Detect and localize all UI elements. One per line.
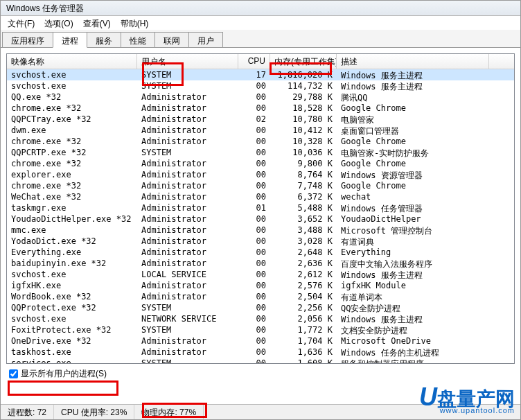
show-all-users-checkbox[interactable] bbox=[9, 369, 18, 378]
cell-user: Administrator bbox=[137, 213, 238, 225]
cell-name: WordBook.exe *32 bbox=[7, 291, 137, 302]
table-row[interactable]: dwm.exeAdministrator0010,412 K桌面窗口管理器 bbox=[7, 125, 514, 136]
table-row[interactable]: OneDrive.exe *32Administrator001,704 KMi… bbox=[7, 335, 514, 347]
tab-applications[interactable]: 应用程序 bbox=[2, 32, 53, 47]
cell-name: chrome.exe *32 bbox=[7, 158, 137, 169]
cell-desc: wechat bbox=[337, 191, 489, 202]
tab-services[interactable]: 服务 bbox=[87, 32, 121, 47]
table-row[interactable]: YodaoDict.exe *32Administrator003,028 K有… bbox=[7, 236, 514, 247]
menu-help[interactable]: 帮助(H) bbox=[116, 17, 153, 28]
cell-name: taskmgr.exe bbox=[7, 202, 137, 213]
tab-processes[interactable]: 进程 bbox=[53, 32, 87, 48]
cell-cpu: 00 bbox=[238, 258, 270, 269]
cell-cpu: 00 bbox=[238, 213, 270, 225]
cell-user: SYSTEM bbox=[137, 147, 238, 158]
cell-cpu: 00 bbox=[238, 125, 270, 136]
cell-user: Administrator bbox=[137, 335, 238, 347]
listview-header: 映像名称 用户名 CPU 内存(专用工作集) 描述 bbox=[7, 54, 514, 69]
col-memory[interactable]: 内存(专用工作集) bbox=[270, 54, 337, 69]
col-username[interactable]: 用户名 bbox=[137, 54, 238, 69]
cell-user: NETWORK SERVICE bbox=[137, 313, 238, 324]
table-row[interactable]: WordBook.exe *32Administrator002,504 K有道… bbox=[7, 291, 514, 302]
cell-desc: Google Chrome bbox=[337, 103, 489, 114]
menu-options[interactable]: 选项(O) bbox=[40, 17, 77, 28]
cell-name: svchost.exe bbox=[7, 269, 137, 280]
cell-desc: igfxHK Module bbox=[337, 280, 489, 291]
table-row[interactable]: FoxitProtect.exe *32SYSTEM001,772 K文档安全防… bbox=[7, 324, 514, 335]
status-memory-usage: 物理内存: 77% bbox=[134, 405, 204, 419]
cell-cpu: 02 bbox=[238, 114, 270, 125]
cell-cpu: 00 bbox=[238, 269, 270, 280]
table-row[interactable]: QQPCTray.exe *32Administrator0210,780 K电… bbox=[7, 114, 514, 125]
cell-cpu: 00 bbox=[238, 302, 270, 313]
menu-file[interactable]: 文件(F) bbox=[3, 17, 39, 28]
cell-desc: Windows 任务的主机进程 bbox=[337, 347, 489, 358]
cell-user: Administrator bbox=[137, 180, 238, 191]
cell-desc: Windows 资源管理器 bbox=[337, 169, 489, 180]
cell-user: Administrator bbox=[137, 258, 238, 269]
cell-name: OneDrive.exe *32 bbox=[7, 335, 137, 347]
cell-mem: 2,576 K bbox=[270, 280, 337, 291]
cell-name: Everything.exe bbox=[7, 247, 137, 258]
cell-user: Administrator bbox=[137, 114, 238, 125]
tab-performance[interactable]: 性能 bbox=[121, 32, 155, 47]
cell-cpu: 00 bbox=[238, 225, 270, 236]
cell-desc: YoudaoDictHelper bbox=[337, 213, 489, 225]
table-row[interactable]: taskmgr.exeAdministrator015,488 KWindows… bbox=[7, 202, 514, 213]
listview-body[interactable]: svchost.exeSYSTEM171,816,020 KWindows 服务… bbox=[7, 69, 514, 363]
table-row[interactable]: chrome.exe *32Administrator009,800 KGoog… bbox=[7, 158, 514, 169]
cell-desc: QQ安全防护进程 bbox=[337, 302, 489, 313]
table-row[interactable]: services.exeSYSTEM001,608 K服务和控制器应用程序 bbox=[7, 358, 514, 363]
cell-mem: 3,652 K bbox=[270, 213, 337, 225]
cell-mem: 2,612 K bbox=[270, 269, 337, 280]
cell-name: chrome.exe *32 bbox=[7, 180, 137, 191]
table-row[interactable]: QQPCRTP.exe *32SYSTEM0010,036 K电脑管家-实时防护… bbox=[7, 147, 514, 158]
col-image-name[interactable]: 映像名称 bbox=[7, 54, 137, 69]
cell-desc: 电脑管家 bbox=[337, 114, 489, 125]
show-all-users-label[interactable]: 显示所有用户的进程(S) bbox=[21, 368, 107, 380]
table-row[interactable]: svchost.exeLOCAL SERVICE002,612 KWindows… bbox=[7, 269, 514, 280]
cell-mem: 29,788 K bbox=[270, 91, 337, 103]
status-cpu-usage: CPU 使用率: 23% bbox=[54, 405, 134, 419]
cell-name: explorer.exe bbox=[7, 169, 137, 180]
cell-cpu: 00 bbox=[238, 291, 270, 302]
table-row[interactable]: chrome.exe *32Administrator0010,328 KGoo… bbox=[7, 136, 514, 147]
cell-desc: Everything bbox=[337, 247, 489, 258]
table-row[interactable]: svchost.exeSYSTEM00114,732 KWindows 服务主进… bbox=[7, 80, 514, 91]
cell-name: svchost.exe bbox=[7, 69, 137, 80]
table-row[interactable]: explorer.exeAdministrator008,764 KWindow… bbox=[7, 169, 514, 180]
table-row[interactable]: Everything.exeAdministrator002,648 KEver… bbox=[7, 247, 514, 258]
table-row[interactable]: chrome.exe *32Administrator007,748 KGoog… bbox=[7, 180, 514, 191]
table-row[interactable]: WeChat.exe *32Administrator006,372 Kwech… bbox=[7, 191, 514, 202]
table-row[interactable]: baidupinyin.exe *32Administrator002,636 … bbox=[7, 258, 514, 269]
cell-mem: 7,748 K bbox=[270, 180, 337, 191]
tab-networking[interactable]: 联网 bbox=[154, 32, 189, 47]
cell-cpu: 00 bbox=[238, 147, 270, 158]
table-row[interactable]: mmc.exeAdministrator003,488 KMicrosoft 管… bbox=[7, 225, 514, 236]
cell-cpu: 00 bbox=[238, 136, 270, 147]
table-row[interactable]: QQProtect.exe *32SYSTEM002,256 KQQ安全防护进程 bbox=[7, 302, 514, 313]
table-row[interactable]: svchost.exeSYSTEM171,816,020 KWindows 服务… bbox=[7, 69, 514, 80]
cell-name: YoudaoDictHelper.exe *32 bbox=[7, 213, 137, 225]
cell-desc: Windows 服务主进程 bbox=[337, 269, 489, 280]
cell-user: SYSTEM bbox=[137, 302, 238, 313]
table-row[interactable]: taskhost.exeAdministrator001,636 KWindow… bbox=[7, 347, 514, 358]
table-row[interactable]: svchost.exeNETWORK SERVICE002,056 KWindo… bbox=[7, 313, 514, 324]
cell-user: Administrator bbox=[137, 91, 238, 103]
table-row[interactable]: chrome.exe *32Administrator0018,528 KGoo… bbox=[7, 103, 514, 114]
table-row[interactable]: igfxHK.exeAdministrator002,576 KigfxHK M… bbox=[7, 280, 514, 291]
process-listview[interactable]: 映像名称 用户名 CPU 内存(专用工作集) 描述 svchost.exeSYS… bbox=[6, 53, 515, 364]
col-cpu[interactable]: CPU bbox=[238, 54, 270, 69]
cell-mem: 1,772 K bbox=[270, 324, 337, 335]
cell-name: services.exe bbox=[7, 358, 137, 363]
table-row[interactable]: QQ.exe *32Administrator0029,788 K腾讯QQ bbox=[7, 91, 514, 103]
tab-users[interactable]: 用户 bbox=[188, 32, 223, 47]
cell-cpu: 00 bbox=[238, 335, 270, 347]
cell-user: Administrator bbox=[137, 191, 238, 202]
menu-view[interactable]: 查看(V) bbox=[79, 17, 115, 28]
col-description[interactable]: 描述 bbox=[337, 54, 489, 69]
cell-desc: 百度中文输入法服务程序 bbox=[337, 258, 489, 269]
cell-cpu: 00 bbox=[238, 324, 270, 335]
cell-name: svchost.exe bbox=[7, 313, 137, 324]
table-row[interactable]: YoudaoDictHelper.exe *32Administrator003… bbox=[7, 213, 514, 225]
